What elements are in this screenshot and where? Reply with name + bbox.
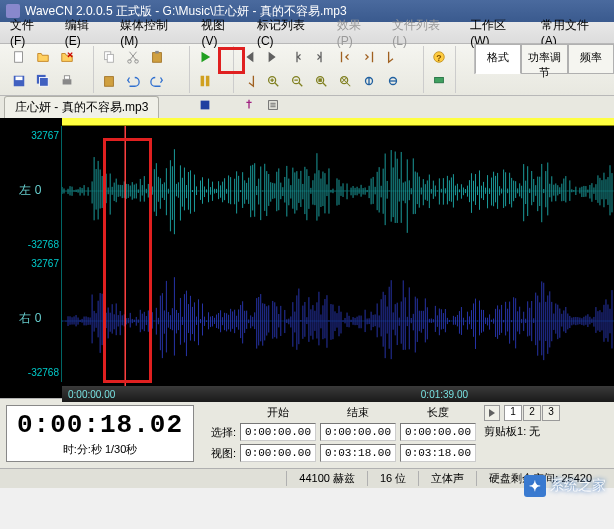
right-min: -32768 [2, 367, 59, 378]
undo-button[interactable] [122, 70, 144, 92]
cursor-right-button[interactable] [310, 46, 332, 68]
svg-rect-0 [15, 52, 23, 63]
left-min: -32768 [2, 239, 59, 250]
clip-tab-3[interactable]: 3 [542, 405, 560, 421]
redo-button[interactable] [146, 70, 168, 92]
clip-tab-2[interactable]: 2 [523, 405, 541, 421]
menu-media[interactable]: 媒体控制(M) [114, 15, 191, 50]
new-file-button[interactable] [8, 46, 30, 68]
bottom-panel: 0:00:18.02 时:分:秒 1/30秒 开始 结束 长度 选择: 0:00… [0, 398, 614, 468]
print-button[interactable] [56, 70, 78, 92]
right-channel-label: 右 0 [2, 310, 59, 327]
paste-new-button[interactable] [98, 70, 120, 92]
zoom-out-button[interactable] [286, 70, 308, 92]
save-all-button[interactable] [32, 70, 54, 92]
play-button[interactable] [194, 46, 216, 68]
menu-bar: 文件(F) 编辑(E) 媒体控制(M) 视图(V) 标记列表(C) 效果(P) … [0, 22, 614, 44]
timeline-mid: 0:01:39.00 [421, 389, 468, 400]
left-max: 32767 [2, 130, 59, 141]
tab-format[interactable]: 格式 [475, 44, 521, 74]
status-bar: 44100 赫兹 16 位 立体声 硬盘剩余空间: 25420 [0, 468, 614, 488]
overview-bar[interactable] [62, 118, 614, 126]
about-button[interactable] [428, 70, 450, 92]
clip-label: 剪贴板1: 无 [484, 424, 560, 439]
svg-rect-11 [153, 53, 162, 63]
tab-freq[interactable]: 频率 [568, 44, 614, 74]
svg-rect-12 [155, 51, 159, 54]
timeline-start: 0:00:00.00 [68, 389, 115, 400]
view-len[interactable]: 0:03:18.00 [400, 444, 476, 462]
sel-len[interactable]: 0:00:00.00 [400, 423, 476, 441]
menu-filelist[interactable]: 文件列表(L) [386, 15, 460, 50]
file-tab[interactable]: 庄心妍 - 真的不容易.mp3 [4, 96, 159, 118]
menu-effect[interactable]: 效果(P) [331, 15, 382, 50]
right-max: 32767 [2, 258, 59, 269]
sel-right-button[interactable] [358, 46, 380, 68]
svg-rect-13 [105, 77, 114, 87]
view-end[interactable]: 0:03:18.00 [320, 444, 396, 462]
menu-view[interactable]: 视图(V) [195, 15, 246, 50]
wave-canvas[interactable]: 0:00:00.00 0:01:39.00 [62, 118, 614, 398]
svg-rect-21 [318, 78, 322, 82]
svg-rect-4 [40, 78, 49, 87]
cut-button[interactable] [122, 46, 144, 68]
sel-end[interactable]: 0:00:00.00 [320, 423, 396, 441]
hdr-len: 长度 [400, 405, 476, 420]
sel-label: 选择: [202, 425, 236, 440]
timeline[interactable]: 0:00:00.00 0:01:39.00 [62, 386, 614, 402]
menu-edit[interactable]: 编辑(E) [59, 15, 110, 50]
sel-left-button[interactable] [334, 46, 356, 68]
svg-text:?: ? [436, 53, 441, 63]
cursor-left-button[interactable] [286, 46, 308, 68]
stop-button[interactable] [194, 94, 216, 116]
svg-rect-8 [107, 54, 113, 62]
paste-button[interactable] [146, 46, 168, 68]
save-button[interactable] [8, 70, 30, 92]
pause-button[interactable] [194, 70, 216, 92]
open-button[interactable] [32, 46, 54, 68]
zoom-v-in-button[interactable] [358, 70, 380, 92]
zoom-full-button[interactable] [334, 70, 356, 92]
zoom-v-out-button[interactable] [382, 70, 404, 92]
skip-end-button[interactable] [262, 46, 284, 68]
mark-in-button[interactable] [382, 46, 404, 68]
svg-rect-28 [435, 78, 444, 83]
settings-button[interactable] [262, 94, 284, 116]
view-start[interactable]: 0:00:00.00 [240, 444, 316, 462]
time-format: 时:分:秒 1/30秒 [17, 442, 183, 457]
view-label: 视图: [202, 446, 236, 461]
marker-button[interactable] [238, 94, 260, 116]
coordinates-panel: 开始 结束 长度 选择: 0:00:00.00 0:00:00.00 0:00:… [202, 405, 476, 462]
clip-play-button[interactable] [484, 405, 500, 421]
left-channel-label: 左 0 [2, 182, 59, 199]
svg-rect-5 [63, 79, 72, 84]
waveform-area: 32767 左 0 -32768 32767 右 0 -32768 [0, 118, 614, 398]
wave-gutter: 32767 左 0 -32768 32767 右 0 -32768 [0, 118, 62, 398]
file-tab-bar: 庄心妍 - 真的不容易.mp3 [0, 96, 614, 118]
side-tabs: 格式 功率调节 频率 [474, 44, 614, 74]
hdr-start: 开始 [240, 405, 316, 420]
copy-button[interactable] [98, 46, 120, 68]
svg-rect-2 [16, 77, 23, 81]
left-channel-wave[interactable] [62, 126, 614, 256]
zoom-in-button[interactable] [262, 70, 284, 92]
menu-marklist[interactable]: 标记列表(C) [251, 15, 327, 50]
mark-out-button[interactable] [238, 70, 260, 92]
svg-rect-15 [206, 76, 210, 87]
sel-start[interactable]: 0:00:00.00 [240, 423, 316, 441]
time-display: 0:00:18.02 时:分:秒 1/30秒 [6, 405, 194, 462]
current-time: 0:00:18.02 [17, 410, 183, 440]
help-button[interactable]: ? [428, 46, 450, 68]
menu-file[interactable]: 文件(F) [4, 15, 55, 50]
svg-rect-14 [201, 76, 205, 87]
clipboard-panel: 1 2 3 剪贴板1: 无 [484, 405, 560, 462]
hdr-end: 结束 [320, 405, 396, 420]
zoom-sel-button[interactable] [310, 70, 332, 92]
skip-begin-button[interactable] [238, 46, 260, 68]
svg-rect-16 [201, 101, 210, 110]
right-channel-wave[interactable] [62, 256, 614, 386]
close-button[interactable] [56, 46, 78, 68]
tab-power[interactable]: 功率调节 [521, 44, 567, 74]
svg-rect-6 [64, 76, 69, 80]
clip-tab-1[interactable]: 1 [504, 405, 522, 421]
